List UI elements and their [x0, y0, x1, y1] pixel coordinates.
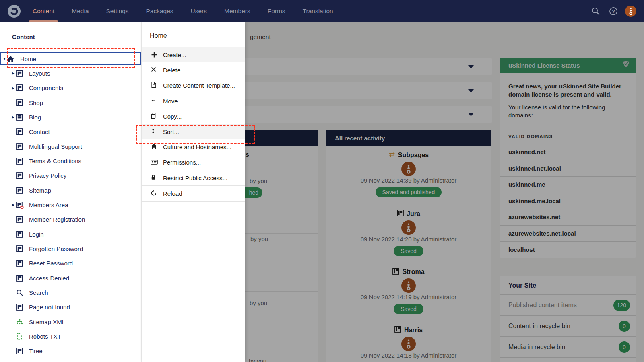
tree-item-reset-password[interactable]: Reset Password	[0, 256, 141, 271]
nav-tabs: ContentMediaSettingsPackagesUsersMembers…	[33, 0, 351, 22]
tree-item-home[interactable]: ▼Home	[0, 51, 141, 66]
menu-item-label: Sort...	[163, 128, 179, 135]
tab-packages[interactable]: Packages	[146, 0, 173, 22]
help-icon[interactable]: ?	[609, 7, 618, 16]
search-icon	[16, 289, 23, 296]
top-navigation: ContentMediaSettingsPackagesUsersMembers…	[0, 0, 644, 22]
menu-item-label: Restrict Public Access...	[163, 175, 227, 181]
menu-item-label: Culture and Hostnames...	[163, 144, 231, 150]
menu-item-permissions[interactable]: Permissions...	[142, 154, 245, 170]
search-icon[interactable]	[591, 7, 600, 16]
tab-label: Media	[72, 8, 89, 15]
tab-label: Content	[33, 8, 54, 15]
tab-media[interactable]: Media	[72, 0, 89, 22]
home-icon	[7, 56, 14, 62]
tree-item-label: Members Area	[29, 202, 68, 208]
menu-item-sort[interactable]: Sort...	[142, 124, 245, 139]
tree-item-label: Components	[29, 84, 63, 91]
doc-icon	[16, 187, 23, 194]
tree-item-robots-txt[interactable]: Robots TXT	[0, 329, 141, 343]
tree-item-sitemap[interactable]: Sitemap	[0, 183, 141, 197]
tree-item-multilingual-support[interactable]: Multilingual Support	[0, 139, 141, 154]
tab-content[interactable]: Content	[33, 0, 54, 22]
menu-item-create[interactable]: Create...	[142, 47, 245, 62]
expand-arrow-icon[interactable]: ▶	[10, 86, 16, 90]
menu-item-create-content-template[interactable]: Create Content Template...	[142, 78, 245, 93]
tab-label: Users	[191, 8, 207, 15]
doc-icon	[16, 231, 23, 238]
menu-item-delete[interactable]: Delete...	[142, 62, 245, 78]
tree-item-label: Terms & Conditions	[29, 158, 81, 165]
tree-rows: ▼Home▶Layouts▶ComponentsShop▶BlogContact…	[0, 51, 141, 358]
reload-icon	[151, 190, 158, 197]
expand-arrow-icon[interactable]: ▶	[10, 203, 16, 207]
tab-label: Packages	[146, 8, 173, 15]
tree-item-label: Search	[29, 289, 48, 296]
plus-icon	[151, 51, 158, 58]
tree-item-label: Forgotten Password	[29, 245, 83, 252]
tree-item-terms-conditions[interactable]: Terms & Conditions	[0, 154, 141, 168]
template-icon	[151, 82, 158, 89]
tree-item-sitemap-xml[interactable]: Sitemap XML	[0, 315, 141, 329]
tree-item-privacy-policy[interactable]: Privacy Policy	[0, 169, 141, 183]
content-tree-sidebar: Content ▼Home▶Layouts▶ComponentsShop▶Blo…	[0, 22, 142, 362]
doc-icon	[16, 275, 23, 282]
tree-item-label: Contact	[29, 128, 50, 135]
expand-arrow-icon[interactable]: ▶	[10, 71, 16, 75]
tree-item-label: Member Registration	[29, 216, 85, 223]
context-menu-items: Create...Delete...Create Content Templat…	[142, 47, 245, 202]
doc-icon	[16, 172, 23, 179]
menu-item-label: Move...	[163, 98, 183, 105]
tab-translation[interactable]: Translation	[303, 0, 333, 22]
tree-item-components[interactable]: ▶Components	[0, 81, 141, 95]
robots-txt-icon	[16, 333, 23, 340]
menu-item-move[interactable]: Move...	[142, 93, 245, 109]
tree-item-shop[interactable]: Shop	[0, 95, 141, 110]
doc-icon	[16, 99, 23, 106]
tree-item-login[interactable]: Login	[0, 227, 141, 241]
tree-item-member-registration[interactable]: Member Registration	[0, 212, 141, 227]
collapse-arrow-icon[interactable]: ▼	[2, 57, 7, 61]
tree-item-forgotten-password[interactable]: Forgotten Password	[0, 241, 141, 256]
tab-users[interactable]: Users	[191, 0, 207, 22]
doc-icon	[16, 304, 23, 311]
tree-item-label: Sitemap	[29, 187, 51, 194]
menu-item-label: Delete...	[163, 67, 186, 74]
tab-forms[interactable]: Forms	[268, 0, 285, 22]
sitemap-xml-icon	[16, 319, 23, 325]
menu-item-label: Copy...	[163, 113, 182, 120]
tab-label: Forms	[268, 8, 285, 15]
menu-item-reload[interactable]: Reload	[142, 186, 245, 201]
umbraco-logo	[7, 4, 21, 18]
tab-members[interactable]: Members	[224, 0, 250, 22]
tab-settings[interactable]: Settings	[106, 0, 129, 22]
move-icon	[151, 97, 158, 105]
tree-item-contact[interactable]: Contact	[0, 125, 141, 139]
tree-item-access-denied[interactable]: Access Denied	[0, 271, 141, 285]
menu-item-copy[interactable]: Copy...	[142, 109, 245, 124]
menu-item-restrict-public-access[interactable]: Restrict Public Access...	[142, 170, 245, 185]
lock-icon	[151, 174, 158, 181]
tree-item-label: Blog	[29, 114, 41, 121]
menu-divider	[142, 201, 245, 202]
tree-item-tiree[interactable]: Tiree	[0, 344, 141, 358]
house-icon	[151, 143, 158, 150]
doc-icon	[16, 216, 23, 223]
tab-label: Members	[224, 8, 250, 15]
tree-item-page-not-found[interactable]: Page not found	[0, 300, 141, 315]
tree-item-search[interactable]: Search	[0, 285, 141, 300]
tree-item-label: Privacy Policy	[29, 172, 66, 179]
tree-item-members-area[interactable]: ▶Members Area	[0, 197, 141, 212]
tab-label: Settings	[106, 8, 129, 15]
user-avatar[interactable]	[625, 6, 636, 17]
doc-icon	[16, 245, 23, 252]
expand-arrow-icon[interactable]: ▶	[10, 115, 16, 119]
doc-icon	[16, 260, 23, 267]
doc-icon	[16, 143, 23, 150]
tree-item-layouts[interactable]: ▶Layouts	[0, 66, 141, 80]
tree-item-blog[interactable]: ▶Blog	[0, 110, 141, 124]
tree-item-label: Login	[29, 231, 44, 238]
context-menu-title: Home	[142, 22, 245, 47]
menu-item-culture-and-hostnames[interactable]: Culture and Hostnames...	[142, 139, 245, 154]
tree-item-label: Shop	[29, 99, 43, 106]
